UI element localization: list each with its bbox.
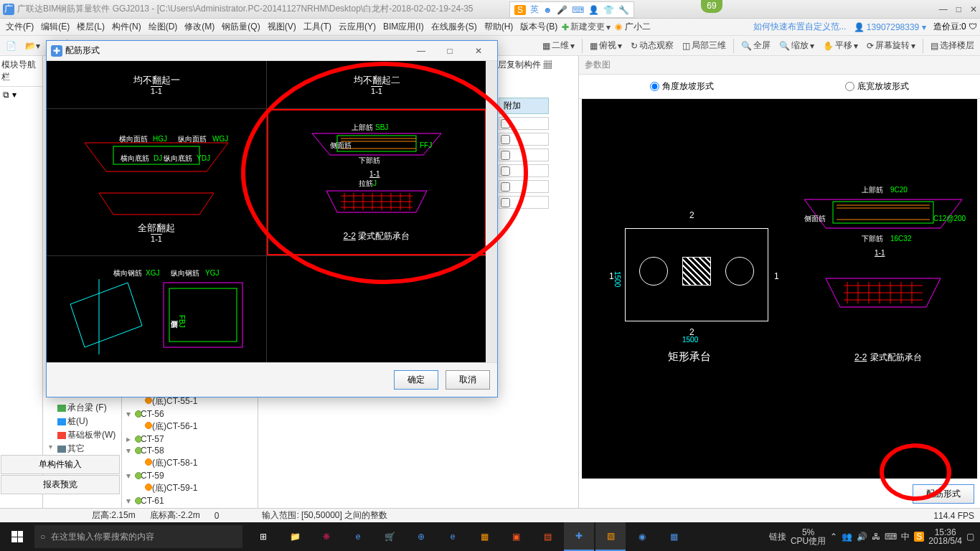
- tray-up-icon[interactable]: ⌃: [830, 532, 837, 542]
- ime-icon[interactable]: ⌨: [572, 5, 584, 15]
- list-item[interactable]: ▾CT-61: [123, 495, 256, 507]
- rebar-form-button[interactable]: 配筋形式: [913, 484, 974, 504]
- radio-angle[interactable]: 角度放坡形式: [650, 80, 714, 93]
- form-option[interactable]: 均不翻起一 1-1: [47, 61, 266, 108]
- start-button[interactable]: [0, 522, 34, 551]
- tb-app[interactable]: ▣: [501, 522, 531, 551]
- minimize-icon[interactable]: —: [939, 4, 948, 14]
- tray-link[interactable]: 链接: [769, 531, 786, 543]
- tb-open[interactable]: 📂▾: [22, 39, 43, 52]
- form-option-selected[interactable]: 上部筋SBJ 侧面筋FFJ 下部筋 1-1 拉筋J 2-2 梁式配筋承台: [267, 109, 486, 255]
- taskbar-search[interactable]: ○ 在这里输入你要搜索的内容: [34, 525, 242, 548]
- tray-network-icon[interactable]: 🖧: [872, 532, 880, 542]
- list-item[interactable]: ▾CT-56: [123, 408, 256, 420]
- copy-components-button[interactable]: 层复制构件 ▦: [498, 59, 552, 71]
- ime-toolbar[interactable]: S 英 ☻ 🎤 ⌨ 👤 👕 🔧: [509, 1, 634, 18]
- tb-app[interactable]: ▦: [659, 522, 689, 551]
- tb-app[interactable]: e: [343, 522, 373, 551]
- report-preview-button[interactable]: 报表预览: [1, 475, 120, 494]
- tree-item[interactable]: 基础板带(W): [44, 428, 120, 442]
- tip-link[interactable]: 如何快速布置自定义范...: [753, 21, 847, 33]
- cancel-button[interactable]: 取消: [446, 370, 490, 390]
- tray-notifications-icon[interactable]: ▢: [966, 532, 974, 542]
- param-canvas[interactable]: 2 2 1 1 1500 1500 矩形承台 上部筋 9C20 侧面筋 C12@…: [582, 99, 977, 479]
- menu-modify[interactable]: 修改(M): [182, 19, 217, 34]
- menu-rebar[interactable]: 钢筋量(Q): [219, 19, 263, 34]
- tb-app-active[interactable]: ✚: [564, 522, 594, 551]
- tray-volume-icon[interactable]: 🔊: [857, 532, 867, 542]
- dialog-maximize-icon[interactable]: □: [435, 46, 464, 56]
- list-item[interactable]: ▾CT-59: [123, 470, 256, 481]
- menu-floor[interactable]: 楼层(L): [74, 19, 108, 34]
- ime-lang[interactable]: 英: [530, 4, 539, 16]
- single-input-button[interactable]: 单构件输入: [1, 455, 120, 474]
- ime-icon[interactable]: 👤: [588, 5, 599, 15]
- tb-app[interactable]: ❋: [311, 522, 341, 551]
- list-item[interactable]: ▸CT-57: [123, 433, 256, 445]
- maximize-icon[interactable]: □: [956, 4, 961, 14]
- radio-width[interactable]: 底宽放坡形式: [845, 80, 909, 93]
- tray-sogou-icon[interactable]: S: [914, 532, 924, 542]
- menu-version[interactable]: 版本号(B): [517, 19, 560, 34]
- tray-ime[interactable]: 中: [901, 531, 910, 543]
- attach-checkbox[interactable]: [499, 149, 549, 161]
- ime-icon[interactable]: 🔧: [618, 5, 629, 15]
- dialog-close-icon[interactable]: ✕: [464, 46, 493, 56]
- tb-app[interactable]: ◉: [627, 522, 657, 551]
- attach-checkbox[interactable]: [499, 180, 549, 193]
- attach-checkbox[interactable]: [499, 164, 549, 177]
- list-item[interactable]: ▾CT-58: [123, 445, 256, 456]
- tb-local3d[interactable]: ◫ 局部三维: [679, 38, 729, 53]
- task-view-icon[interactable]: ⊞: [248, 522, 278, 551]
- tb-rotate[interactable]: ⟳ 屏幕旋转 ▾: [864, 38, 918, 53]
- tb-app-active[interactable]: ▧: [595, 522, 626, 551]
- tree-item[interactable]: 桩(U): [44, 415, 120, 428]
- attach-checkbox[interactable]: [499, 117, 549, 130]
- ime-icon[interactable]: 👕: [603, 5, 614, 15]
- tray-clock[interactable]: 15:362018/5/4: [928, 528, 962, 545]
- menu-help[interactable]: 帮助(H): [481, 19, 517, 34]
- form-option[interactable]: [267, 256, 486, 362]
- tb-floor[interactable]: ▤ 选择楼层: [928, 38, 977, 53]
- list-item[interactable]: (底)CT-56-1: [123, 420, 256, 433]
- menu-file[interactable]: 文件(F): [3, 19, 37, 34]
- form-option[interactable]: 均不翻起二 1-1: [267, 61, 486, 108]
- user-label[interactable]: ◉ 广小二: [612, 19, 653, 34]
- menu-online[interactable]: 在线服务(S): [428, 19, 480, 34]
- menu-cloud[interactable]: 云应用(Y): [336, 19, 379, 34]
- attach-checkbox[interactable]: [499, 196, 549, 209]
- menu-edit[interactable]: 编辑(E): [38, 19, 72, 34]
- menu-tools[interactable]: 工具(T): [301, 19, 334, 34]
- menu-component[interactable]: 构件(N): [109, 19, 144, 34]
- tb-2d[interactable]: ▦ 二维 ▾: [540, 38, 578, 53]
- menu-draw[interactable]: 绘图(D): [146, 19, 181, 34]
- tb-fullscreen[interactable]: 🔍 全屏: [738, 38, 773, 53]
- ok-button[interactable]: 确定: [394, 370, 438, 390]
- tb-new[interactable]: 📄: [3, 39, 19, 52]
- dialog-scrollbar[interactable]: [486, 61, 497, 362]
- tb-app[interactable]: 📁: [280, 522, 310, 551]
- tray-keyboard-icon[interactable]: ⌨: [885, 532, 897, 542]
- form-option[interactable]: 横向钢筋XGJ 纵向钢筋YGJ 侧面筋 FBJ: [47, 256, 266, 362]
- menu-view[interactable]: 视图(V): [265, 19, 299, 34]
- tb-app[interactable]: ▦: [469, 522, 499, 551]
- tb-pan[interactable]: ✋ 平移 ▾: [820, 38, 861, 53]
- tray-cpu[interactable]: 5%CPU使用: [791, 528, 826, 545]
- dialog-minimize-icon[interactable]: —: [407, 46, 435, 56]
- list-item[interactable]: (底)CT-58-1: [123, 456, 256, 470]
- account-link[interactable]: 👤 13907298339 ▾: [854, 22, 926, 32]
- tb-app[interactable]: ⊕: [406, 522, 436, 551]
- notification-badge[interactable]: 69: [701, 0, 722, 13]
- tb-app[interactable]: ▤: [532, 522, 562, 551]
- list-item[interactable]: (底)CT-59-1: [123, 481, 256, 495]
- tray-people-icon[interactable]: 👥: [842, 532, 852, 542]
- menu-bim[interactable]: BIM应用(I): [380, 19, 427, 34]
- new-change-button[interactable]: ✚新建变更▾: [562, 21, 611, 33]
- tb-orbit[interactable]: ↻ 动态观察: [628, 38, 677, 53]
- ime-icon[interactable]: 🎤: [557, 5, 567, 15]
- form-option[interactable]: 横向面筋HGJ 纵向面筋WGJ 横向底筋DJ 纵向底筋YDJ 全部翻起 1-1: [47, 109, 266, 255]
- tree-item[interactable]: 承台梁 (F): [44, 401, 120, 415]
- nav-add-icon[interactable]: ⧉: [3, 90, 9, 100]
- attach-checkbox[interactable]: [499, 133, 549, 146]
- tb-topview[interactable]: ▦ 俯视 ▾: [587, 38, 625, 53]
